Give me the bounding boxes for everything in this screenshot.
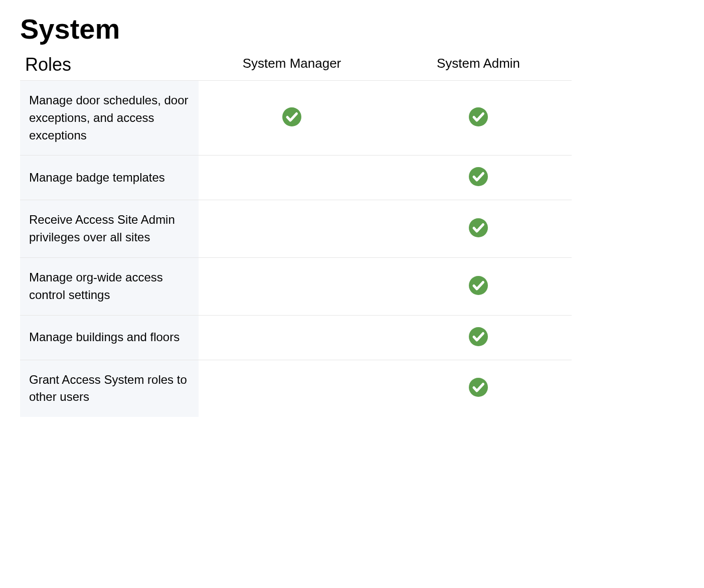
check-icon [468, 107, 488, 127]
svg-point-1 [469, 107, 488, 126]
role-label: Receive Access Site Admin privileges ove… [20, 200, 199, 258]
roles-column-header: Roles [20, 48, 199, 81]
column-header-system-manager: System Manager [199, 48, 385, 81]
check-icon [468, 167, 488, 187]
check-cell [385, 315, 572, 360]
check-cell [199, 81, 385, 156]
table-row: Manage org-wide access control settings [20, 257, 572, 315]
role-label: Manage badge templates [20, 156, 199, 200]
table-row: Manage badge templates [20, 156, 572, 200]
role-label: Manage door schedules, door exceptions, … [20, 81, 199, 156]
check-icon [468, 275, 488, 296]
column-header-system-admin: System Admin [385, 48, 572, 81]
check-cell [385, 156, 572, 200]
role-label: Manage org-wide access control settings [20, 257, 199, 315]
check-cell [199, 257, 385, 315]
check-cell [385, 257, 572, 315]
table-body: Manage door schedules, door exceptions, … [20, 81, 572, 417]
table-row: Grant Access System roles to other users [20, 360, 572, 417]
svg-point-3 [469, 218, 488, 237]
svg-point-6 [469, 378, 488, 397]
check-icon [468, 377, 488, 397]
svg-point-2 [469, 167, 488, 186]
check-cell [199, 200, 385, 258]
role-label: Manage buildings and floors [20, 315, 199, 360]
role-label: Grant Access System roles to other users [20, 360, 199, 417]
check-icon [468, 218, 488, 238]
table-row: Receive Access Site Admin privileges ove… [20, 200, 572, 258]
check-cell [199, 156, 385, 200]
check-icon [282, 107, 302, 127]
check-cell [385, 81, 572, 156]
roles-table-container: Roles System Manager System Admin Manage… [20, 48, 572, 417]
svg-point-5 [469, 327, 488, 346]
check-cell [385, 360, 572, 417]
table-row: Manage door schedules, door exceptions, … [20, 81, 572, 156]
svg-point-4 [469, 276, 488, 295]
table-row: Manage buildings and floors [20, 315, 572, 360]
check-cell [199, 315, 385, 360]
check-cell [199, 360, 385, 417]
svg-point-0 [282, 107, 301, 126]
roles-table: Roles System Manager System Admin Manage… [20, 48, 572, 417]
page-title: System [20, 15, 684, 43]
check-icon [468, 327, 488, 347]
table-header-row: Roles System Manager System Admin [20, 48, 572, 81]
page-header: System [20, 15, 684, 43]
check-cell [385, 200, 572, 258]
